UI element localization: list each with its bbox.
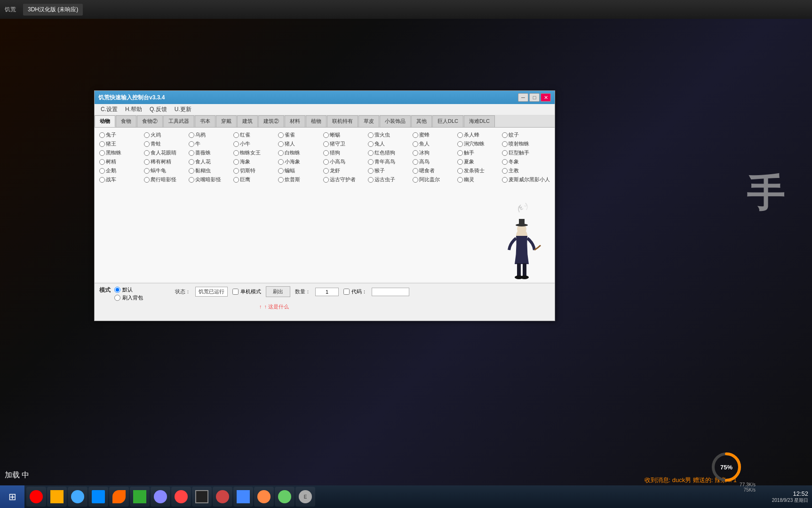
animal-radio-52[interactable] [189,177,194,183]
animal-radio-41[interactable] [144,168,150,174]
animal-10[interactable]: 猪王 [99,140,143,147]
animal-49[interactable]: 主教 [502,167,550,174]
animal-radio-44[interactable] [278,168,284,174]
animal-18[interactable]: 涧穴蜘蛛 [457,140,501,147]
taskbar-icon-12[interactable] [254,487,274,507]
animal-0[interactable]: 兔子 [99,131,143,138]
mode-backpack-radio[interactable] [114,295,120,301]
animal-57[interactable]: 阿比盖尔 [413,176,456,183]
animal-50[interactable]: 战车 [99,176,143,183]
spawn-button[interactable]: 刷出 [266,286,290,297]
single-mode-checkbox[interactable]: 单机模式 [232,288,261,295]
animal-radio-11[interactable] [144,141,150,147]
animal-radio-46[interactable] [368,168,374,174]
animal-14[interactable]: 猪人 [278,140,322,147]
animal-52[interactable]: 尖嘴暗影怪 [189,176,232,183]
animal-44[interactable]: 蝙蝠 [278,167,322,174]
animal-radio-57[interactable] [413,177,418,183]
taskbar-icon-14[interactable]: E [295,487,315,507]
taskbar-icon-5[interactable] [109,487,129,507]
animal-22[interactable]: 蔷薇蛛 [189,149,232,156]
animal-13[interactable]: 小牛 [233,140,277,147]
animal-radio-42[interactable] [189,168,194,174]
animal-radio-31[interactable] [144,159,150,165]
taskbar-icon-10[interactable] [213,487,232,507]
animal-radio-22[interactable] [189,150,194,156]
animal-51[interactable]: 爬行暗影怪 [144,176,188,183]
taskbar-icon-1[interactable] [26,487,46,507]
animal-radio-39[interactable] [502,159,508,165]
tab-书本[interactable]: 书本 [195,115,215,127]
start-button[interactable]: ⊞ [0,485,24,508]
animal-radio-43[interactable] [233,168,239,174]
animal-55[interactable]: 远古守护者 [323,176,367,183]
animal-24[interactable]: 白蜘蛛 [278,149,322,156]
animal-26[interactable]: 红色猎狗 [368,149,412,156]
animal-radio-18[interactable] [457,141,463,147]
animal-radio-30[interactable] [99,159,105,165]
taskbar-icon-2[interactable] [47,487,67,507]
tab-工具武器[interactable]: 工具武器 [163,115,194,127]
animal-15[interactable]: 猪守卫 [323,140,367,147]
animal-8[interactable]: 杀人蜂 [457,131,501,138]
animal-radio-54[interactable] [278,177,284,183]
animal-radio-14[interactable] [278,141,284,147]
tab-草皮[interactable]: 草皮 [358,115,379,127]
animal-9[interactable]: 蚊子 [502,131,550,138]
animal-32[interactable]: 食人花 [189,158,232,165]
taskbar-icon-3[interactable] [68,487,88,507]
animal-54[interactable]: 炊普斯 [278,176,322,183]
animal-radio-8[interactable] [457,132,463,138]
animal-48[interactable]: 发条骑士 [457,167,501,174]
animal-radio-26[interactable] [368,150,374,156]
animal-43[interactable]: 切斯特 [233,167,277,174]
animal-38[interactable]: 夏象 [457,158,501,165]
animal-3[interactable]: 红雀 [233,131,277,138]
animal-radio-21[interactable] [144,150,150,156]
animal-radio-15[interactable] [323,141,329,147]
animal-radio-53[interactable] [233,177,239,183]
animal-40[interactable]: 企鹅 [99,167,143,174]
animal-4[interactable]: 雀雀 [278,131,322,138]
animal-1[interactable]: 火鸡 [144,131,188,138]
animal-5[interactable]: 蜥蜴 [323,131,367,138]
tab-材料[interactable]: 材料 [285,115,305,127]
animal-19[interactable]: 喷射蜘蛛 [502,140,550,147]
mode-default-radio[interactable] [114,287,120,293]
animal-radio-51[interactable] [144,177,150,183]
animal-36[interactable]: 青年高鸟 [368,158,412,165]
taskbar-icon-6[interactable] [130,487,150,507]
tab-建筑②[interactable]: 建筑② [258,115,284,127]
animal-56[interactable]: 远古虫子 [368,176,412,183]
menu-update[interactable]: U.更新 [171,105,195,114]
animal-radio-25[interactable] [323,150,329,156]
animal-radio-37[interactable] [413,159,418,165]
tab-联机特有[interactable]: 联机特有 [327,115,358,127]
animal-radio-16[interactable] [368,141,374,147]
animal-30[interactable]: 树精 [99,158,143,165]
menu-help[interactable]: H.帮助 [121,105,146,114]
mode-default[interactable]: 默认 [114,286,143,293]
single-mode-input[interactable] [232,289,239,295]
animal-12[interactable]: 牛 [189,140,232,147]
tab-其他[interactable]: 其他 [411,115,432,127]
animal-radio-2[interactable] [189,132,194,138]
tab-巨人DLC[interactable]: 巨人DLC [432,115,463,127]
animal-radio-58[interactable] [457,177,463,183]
animal-radio-9[interactable] [502,132,508,138]
animal-radio-20[interactable] [99,150,105,156]
animal-25[interactable]: 猎狗 [323,149,367,156]
tab-穿戴[interactable]: 穿戴 [216,115,237,127]
tab-植物[interactable]: 植物 [306,115,326,127]
animal-radio-36[interactable] [368,159,374,165]
menu-settings[interactable]: C.设置 [97,105,121,114]
animal-radio-40[interactable] [99,168,105,174]
animal-radio-32[interactable] [189,159,194,165]
animal-radio-59[interactable] [502,177,508,183]
animal-23[interactable]: 蜘蛛女王 [233,149,277,156]
animal-39[interactable]: 冬象 [502,158,550,165]
animal-radio-55[interactable] [323,177,329,183]
animal-radio-7[interactable] [413,132,418,138]
animal-radio-4[interactable] [278,132,284,138]
tab-小装饰品[interactable]: 小装饰品 [380,115,411,127]
